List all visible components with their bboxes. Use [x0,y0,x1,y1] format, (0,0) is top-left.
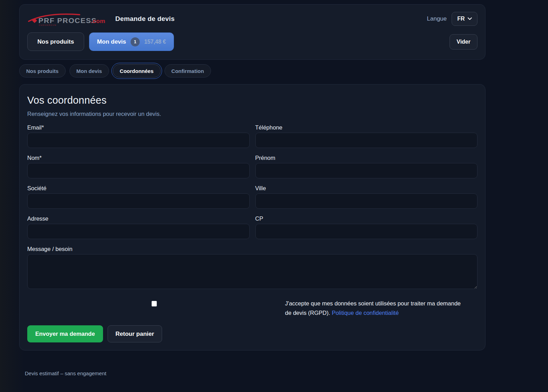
prenom-label: Prénom [255,155,478,161]
form-grid: Email* Téléphone Nom* Prénom Société Vil… [27,125,477,290]
page-title: Demande de devis [115,15,175,23]
header-buttons-row: Nos produits Mon devis 1 157,48 € Vider [27,32,477,51]
header-top-row: PRF PROCESS .com CHOUKROUN Demande de de… [27,12,477,26]
mon-devis-button[interactable]: Mon devis 1 157,48 € [89,32,174,51]
tab-confirmation[interactable]: Confirmation [165,64,211,77]
ville-label: Ville [255,185,478,191]
nom-field[interactable] [27,163,250,178]
back-to-cart-button[interactable]: Retour panier [108,325,162,342]
field-adresse: Adresse [27,216,250,239]
consent-row: J'accepte que mes données soient utilisé… [27,299,477,318]
field-telephone: Téléphone [255,125,478,148]
field-societe: Société [27,185,250,209]
email-field[interactable] [27,133,250,148]
tab-coordonnees[interactable]: Coordonnées [113,64,161,77]
send-request-button[interactable]: Envoyer ma demande [27,325,103,342]
adresse-label: Adresse [27,216,250,221]
vider-button[interactable]: Vider [450,34,477,50]
page: PRF PROCESS .com CHOUKROUN Demande de de… [0,0,485,376]
logo-subtext: CHOUKROUN [39,24,56,26]
cart-count-badge: 1 [131,37,140,46]
societe-label: Société [27,185,250,191]
step-tabs: Nos produits Mon devis Coordonnées Confi… [19,64,485,77]
field-ville: Ville [255,185,478,209]
field-nom: Nom* [27,155,250,178]
footer-note: Devis estimatif – sans engagement [25,370,485,376]
field-message: Message / besoin [27,246,477,290]
logo-suffix-text: .com [91,18,105,24]
message-field[interactable] [27,254,477,289]
logo-brand-text: PRF PROCESS [38,16,97,24]
consent-text: J'accepte que mes données soient utilisé… [285,299,465,318]
brand-logo: PRF PROCESS .com CHOUKROUN [27,12,110,26]
ville-field[interactable] [255,193,478,209]
coordinates-form-card: Vos coordonnées Renseignez vos informati… [19,84,485,350]
cp-label: CP [255,216,478,221]
nom-label: Nom* [27,155,250,161]
language-select-value: FR [457,16,465,22]
adresse-field[interactable] [27,224,250,239]
prenom-field[interactable] [255,163,478,178]
societe-field[interactable] [27,193,250,209]
field-cp: CP [255,216,478,239]
form-title: Vos coordonnées [27,95,477,106]
rgpd-consent-checkbox[interactable] [152,301,157,306]
nos-produits-button[interactable]: Nos produits [27,32,84,51]
tab-nos-produits[interactable]: Nos produits [19,64,66,77]
cart-total: 157,48 € [144,39,166,45]
mon-devis-label: Mon devis [97,38,126,45]
chevron-down-icon [468,17,472,20]
privacy-policy-link[interactable]: Politique de confidentialité [332,310,399,316]
field-email: Email* [27,125,250,148]
header-card: PRF PROCESS .com CHOUKROUN Demande de de… [19,4,485,60]
form-actions: Envoyer ma demande Retour panier [27,325,477,342]
language-label: Langue [427,15,447,22]
telephone-field[interactable] [255,133,478,148]
form-subtitle: Renseignez vos informations pour recevoi… [27,111,477,117]
email-label: Email* [27,125,250,130]
message-label: Message / besoin [27,246,477,252]
field-prenom: Prénom [255,155,478,178]
language-select[interactable]: FR [452,12,477,26]
cp-field[interactable] [255,224,478,239]
telephone-label: Téléphone [255,125,478,130]
tab-mon-devis[interactable]: Mon devis [70,64,109,77]
